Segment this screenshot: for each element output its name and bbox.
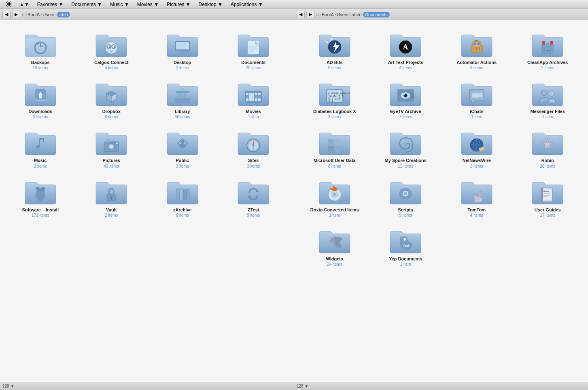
folder-ztest[interactable]: ZTest 9 items xyxy=(219,173,289,221)
svg-rect-56 xyxy=(187,189,189,200)
left-status-text: 128 ▼ xyxy=(2,384,14,388)
folder-diabetes[interactable]: GLUCOSE INSULIN 14.8+ 7.5 5.6 3.0 3.4 Di… xyxy=(300,75,369,122)
folder-sites[interactable]: Sites 3 items xyxy=(219,124,289,171)
folder-desktop[interactable]: Desktop 2 items xyxy=(148,26,217,73)
menubar-favorites[interactable]: Favorites ▼ xyxy=(34,1,67,8)
right-scroll-area[interactable]: AD Bits 9 items A Art Text Pro xyxy=(294,20,588,382)
folder-yep[interactable]: Yep! Yep Documents 1 item xyxy=(371,222,441,270)
folder-messenger[interactable]: Messenger Files 1 item xyxy=(513,75,583,122)
folder-msdata[interactable]: Microsoft User Data 8 items xyxy=(300,124,369,171)
svg-rect-27 xyxy=(184,93,186,98)
svg-text:GLUCOSE INSULIN: GLUCOSE INSULIN xyxy=(328,92,350,95)
folder-library-name: Library xyxy=(175,109,190,114)
folder-ztest-name: ZTest xyxy=(248,207,259,213)
svg-point-7 xyxy=(114,47,115,48)
folder-automator-icon xyxy=(461,29,493,58)
left-status-bar: 128 ▼ xyxy=(0,382,294,390)
svg-rect-12 xyxy=(248,40,259,54)
folder-ad-bits[interactable]: AD Bits 9 items xyxy=(300,26,369,73)
folder-automator[interactable]: Automator Actions 9 items xyxy=(442,26,512,73)
folder-pictures-name: Pictures xyxy=(103,158,120,163)
folder-software-name: Software – Install xyxy=(22,207,59,213)
folder-zarchive[interactable]: zArchive 6 items xyxy=(148,173,217,221)
folder-widgets[interactable]: Widgets 24 items xyxy=(300,222,369,270)
folder-spore-name: My Spore Creations xyxy=(385,158,427,163)
svg-point-6 xyxy=(109,47,110,48)
folder-library-icon xyxy=(166,78,199,107)
folder-calgoo[interactable]: Calgoo Connect 4 items xyxy=(77,26,146,73)
folder-diabetes-icon: GLUCOSE INSULIN 14.8+ 7.5 5.6 3.0 3.4 xyxy=(318,78,351,107)
folder-vault-icon xyxy=(95,177,127,206)
folder-music[interactable]: Music 2 items xyxy=(6,124,75,171)
folder-scripts[interactable]: Scripts 9 items xyxy=(371,173,441,221)
right-bc-users[interactable]: Users xyxy=(337,12,348,17)
folder-art-text[interactable]: A Art Text Projects 4 items xyxy=(371,26,441,73)
folder-vault[interactable]: Vault 2 items xyxy=(77,173,146,221)
folder-tomtom[interactable]: TomTom 4 items xyxy=(442,173,512,221)
folder-robin-name: Robin xyxy=(541,158,554,163)
folder-roxio-icon xyxy=(318,177,351,206)
menubar-arrows[interactable]: ▲▼ xyxy=(16,1,32,8)
folder-user-guides[interactable]: Notes User Guides 17 items xyxy=(513,173,583,221)
folder-robin[interactable]: Robin 20 items xyxy=(513,124,583,171)
folder-movies[interactable]: Movies 1 item xyxy=(219,75,289,122)
folder-art-text-count: 4 items xyxy=(399,66,412,70)
right-bc-boota[interactable]: BootA xyxy=(322,12,334,17)
folder-msdata-icon xyxy=(318,127,351,156)
folder-automator-name: Automator Actions xyxy=(456,60,497,65)
left-bc-users[interactable]: Users xyxy=(42,12,54,17)
folder-cleanapp[interactable]: CleanApp Archives 2 items xyxy=(513,26,583,73)
folder-netnewswire-icon xyxy=(461,127,493,156)
folder-zarchive-name: zArchive xyxy=(173,207,192,213)
folder-scripts-icon xyxy=(389,177,422,206)
menubar-desktop[interactable]: Desktop ▼ xyxy=(195,1,226,8)
folder-spore[interactable]: My Spore Creations 12 items xyxy=(371,124,441,171)
svg-rect-92 xyxy=(335,146,340,151)
menubar-pictures[interactable]: Pictures ▼ xyxy=(163,1,194,8)
folder-pictures[interactable]: Pictures 43 items xyxy=(77,124,146,171)
menubar-movies[interactable]: Movies ▼ xyxy=(134,1,162,8)
svg-rect-23 xyxy=(176,91,189,93)
right-status-bar: 128 ▼ xyxy=(294,382,588,390)
left-scroll-area[interactable]: Backups 13 items xyxy=(0,20,294,382)
left-back-btn[interactable]: ◀ xyxy=(2,11,11,18)
right-bc-documents[interactable]: Documents xyxy=(363,12,390,17)
right-bc-home[interactable]: ⌂ xyxy=(316,12,319,17)
svg-rect-109 xyxy=(541,188,543,202)
svg-text:Yep!: Yep! xyxy=(403,244,409,247)
svg-rect-91 xyxy=(328,146,334,151)
folder-backups[interactable]: Backups 13 items xyxy=(6,26,75,73)
folder-documents[interactable]: Documents 20 items xyxy=(219,26,289,73)
svg-point-114 xyxy=(403,238,406,241)
svg-rect-53 xyxy=(176,189,179,200)
folder-downloads[interactable]: Downloads 61 items xyxy=(6,75,75,122)
folder-ichats[interactable]: iChats 1 item xyxy=(442,75,512,122)
folder-eyetv[interactable]: EyeTV Archive 7 items xyxy=(371,75,441,122)
left-bc-boota[interactable]: BootA xyxy=(28,12,40,17)
folder-public-count: 3 items xyxy=(176,164,189,168)
menubar-applications[interactable]: Applications ▼ xyxy=(227,1,266,8)
folder-library[interactable]: Library 46 items xyxy=(148,75,217,122)
folder-software[interactable]: Software – Install 171 items xyxy=(6,173,75,221)
apple-menu[interactable]: ⌘ xyxy=(3,0,15,8)
folder-yep-name: Yep Documents xyxy=(389,256,422,262)
folder-calgoo-name: Calgoo Connect xyxy=(94,60,128,65)
folder-dropbox[interactable]: Dropbox 9 items xyxy=(77,75,146,122)
left-bc-home[interactable]: ⌂ xyxy=(22,12,25,17)
svg-rect-10 xyxy=(180,51,185,53)
menubar-documents[interactable]: Documents ▼ xyxy=(68,1,105,8)
folder-backups-icon xyxy=(24,29,57,58)
folder-netnewswire[interactable]: NetNewsWire 3 items xyxy=(442,124,512,171)
right-fwd-btn[interactable]: ▶ xyxy=(306,11,314,18)
folder-vault-count: 2 items xyxy=(105,213,118,217)
left-bc-rdsh[interactable]: rdsh xyxy=(57,12,70,17)
menubar-music[interactable]: Music ▼ xyxy=(107,1,132,8)
right-back-btn[interactable]: ◀ xyxy=(297,11,305,18)
folder-tomtom-name: TomTom xyxy=(467,207,486,213)
folder-robin-count: 20 items xyxy=(540,164,555,168)
right-bc-rdsh[interactable]: rdsh xyxy=(351,12,360,17)
folder-public[interactable]: Public 3 items xyxy=(148,124,217,171)
left-fwd-btn[interactable]: ▶ xyxy=(12,11,20,18)
svg-rect-33 xyxy=(258,93,261,95)
folder-roxio[interactable]: Roxio Converted Items 1 item xyxy=(300,173,369,221)
